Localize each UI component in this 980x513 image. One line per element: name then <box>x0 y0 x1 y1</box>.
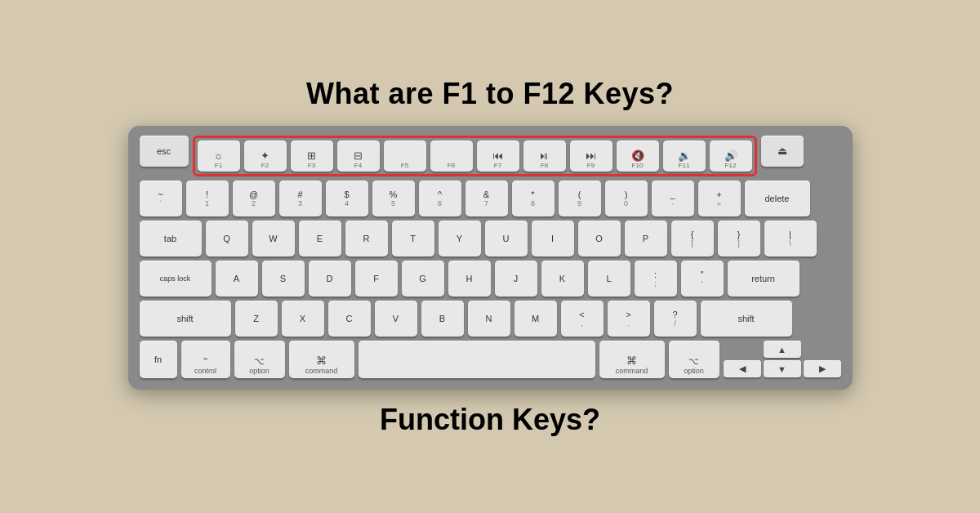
qwerty-row: tab Q W E R T Y U I O P { [ } ] | \ <box>140 221 841 256</box>
key-period[interactable]: > . <box>608 301 650 337</box>
key-backslash[interactable]: | \ <box>764 221 817 256</box>
key-b[interactable]: B <box>421 301 464 337</box>
key-shift-right[interactable]: shift <box>701 301 792 337</box>
key-lbracket[interactable]: { [ <box>671 221 714 256</box>
key-0[interactable]: ) 0 <box>605 181 648 216</box>
key-u[interactable]: U <box>485 221 528 256</box>
key-5[interactable]: % 5 <box>372 181 415 216</box>
key-f5[interactable]: F5 <box>384 141 426 172</box>
key-arrow-up[interactable]: ▲ <box>764 341 801 358</box>
key-f3[interactable]: ⊞ F3 <box>291 141 333 172</box>
key-minus[interactable]: _ - <box>652 181 694 216</box>
key-semicolon[interactable]: : ; <box>635 261 677 297</box>
key-g[interactable]: G <box>402 261 444 297</box>
key-tab[interactable]: tab <box>140 221 202 256</box>
key-8[interactable]: * 8 <box>512 181 555 216</box>
key-arrow-right[interactable]: ▶ <box>804 360 841 377</box>
key-rbracket[interactable]: } ] <box>718 221 760 256</box>
number-row: ~ ` ! 1 @ 2 # 3 $ 4 % 5 <box>140 181 841 216</box>
key-7[interactable]: & 7 <box>466 181 508 216</box>
key-arrow-down[interactable]: ▼ <box>764 360 801 377</box>
page-subtitle: Function Keys? <box>380 403 600 437</box>
key-h[interactable]: H <box>448 261 491 297</box>
bottom-row: fn ⌃ control ⌥ option ⌘ command ⌘ comman… <box>140 341 841 378</box>
key-quote[interactable]: " ' <box>681 261 724 297</box>
function-key-row: esc ☼ F1 ✦ F2 ⊞ F3 ⊟ F4 <box>140 136 841 176</box>
key-control[interactable]: ⌃ control <box>181 341 230 378</box>
key-4[interactable]: $ 4 <box>326 181 368 216</box>
key-command-right[interactable]: ⌘ command <box>599 341 665 378</box>
key-z[interactable]: Z <box>235 301 278 337</box>
key-9[interactable]: ( 9 <box>559 181 601 216</box>
page-title: What are F1 to F12 Keys? <box>306 77 674 111</box>
key-f6[interactable]: F6 <box>430 141 473 172</box>
key-equals[interactable]: + = <box>698 181 741 216</box>
key-command-left[interactable]: ⌘ command <box>289 341 354 378</box>
key-shift-left[interactable]: shift <box>140 301 231 337</box>
key-esc[interactable]: esc <box>140 136 189 167</box>
key-s[interactable]: S <box>262 261 305 297</box>
key-e[interactable]: E <box>299 221 341 256</box>
key-v[interactable]: V <box>375 301 417 337</box>
key-q[interactable]: Q <box>206 221 248 256</box>
key-y[interactable]: Y <box>439 221 481 256</box>
key-fn-bottom[interactable]: fn <box>140 341 177 378</box>
key-i[interactable]: I <box>532 221 574 256</box>
key-option-right[interactable]: ⌥ option <box>669 341 719 378</box>
key-comma[interactable]: < , <box>561 301 604 337</box>
key-j[interactable]: J <box>495 261 537 297</box>
key-f10[interactable]: 🔇 F10 <box>617 141 659 172</box>
key-c[interactable]: C <box>328 301 371 337</box>
key-f8[interactable]: ⏯ F8 <box>523 141 566 172</box>
key-eject[interactable]: ⏏ <box>761 136 804 167</box>
key-o[interactable]: O <box>578 221 621 256</box>
key-k[interactable]: K <box>541 261 584 297</box>
key-2[interactable]: @ 2 <box>233 181 275 216</box>
key-return[interactable]: return <box>728 261 800 297</box>
asdf-row: caps lock A S D F G H J K L : ; " ' retu… <box>140 261 841 297</box>
key-p[interactable]: P <box>625 221 667 256</box>
key-delete[interactable]: delete <box>745 181 810 216</box>
arrow-lr-group: ◀ ▼ ▶ <box>724 360 841 377</box>
key-f11[interactable]: 🔉 F11 <box>663 141 706 172</box>
key-f1[interactable]: ☼ F1 <box>198 141 240 172</box>
key-arrow-left[interactable]: ◀ <box>724 360 761 377</box>
key-m[interactable]: M <box>514 301 557 337</box>
key-a[interactable]: A <box>216 261 258 297</box>
key-option-left[interactable]: ⌥ option <box>234 341 285 378</box>
key-f9[interactable]: ⏭ F9 <box>570 141 612 172</box>
key-slash[interactable]: ? / <box>654 301 697 337</box>
key-1[interactable]: ! 1 <box>186 181 229 216</box>
key-spacebar[interactable] <box>359 341 595 378</box>
key-f4[interactable]: ⊟ F4 <box>337 141 380 172</box>
keyboard: esc ☼ F1 ✦ F2 ⊞ F3 ⊟ F4 <box>140 136 841 378</box>
key-backtick[interactable]: ~ ` <box>140 181 182 216</box>
key-f2[interactable]: ✦ F2 <box>244 141 287 172</box>
key-r[interactable]: R <box>345 221 388 256</box>
key-capslock[interactable]: caps lock <box>140 261 212 297</box>
arrow-keys: ▲ ◀ ▼ ▶ <box>724 341 841 377</box>
fn-group-border: ☼ F1 ✦ F2 ⊞ F3 ⊟ F4 F5 <box>193 136 757 176</box>
key-d[interactable]: D <box>309 261 351 297</box>
key-w[interactable]: W <box>252 221 295 256</box>
zxcv-row: shift Z X C V B N M < , > . ? / shift <box>140 301 841 337</box>
key-n[interactable]: N <box>468 301 510 337</box>
key-f7[interactable]: ⏮ F7 <box>477 141 519 172</box>
key-l[interactable]: L <box>588 261 630 297</box>
key-3[interactable]: # 3 <box>279 181 322 216</box>
key-x[interactable]: X <box>282 301 324 337</box>
keyboard-wrapper: esc ☼ F1 ✦ F2 ⊞ F3 ⊟ F4 <box>128 126 853 390</box>
key-t[interactable]: T <box>392 221 434 256</box>
key-f12[interactable]: 🔊 F12 <box>710 141 752 172</box>
key-6[interactable]: ^ 6 <box>419 181 461 216</box>
key-f[interactable]: F <box>355 261 398 297</box>
